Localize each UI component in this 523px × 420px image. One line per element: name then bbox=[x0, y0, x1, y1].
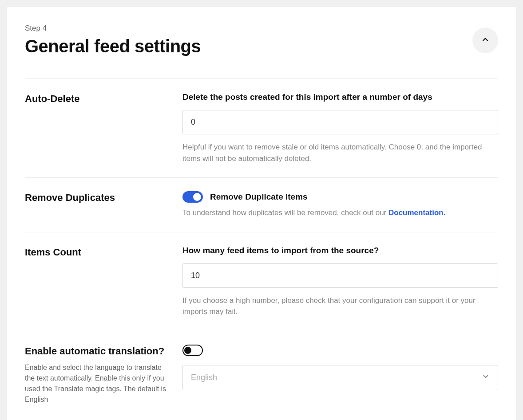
auto-delete-help: Helpful if you want to remove stale or o… bbox=[182, 141, 498, 164]
setting-label-col: Items Count bbox=[25, 246, 182, 318]
panel-header: Step 4 General feed settings bbox=[25, 24, 498, 56]
general-feed-settings-panel: Step 4 General feed settings Auto-Delete… bbox=[7, 7, 516, 420]
language-selected: English bbox=[191, 373, 217, 382]
remove-duplicates-toggle-row: Remove Duplicate Items bbox=[182, 191, 498, 203]
chevron-down-icon bbox=[482, 373, 490, 383]
items-count-label: Items Count bbox=[25, 246, 169, 259]
auto-delete-input[interactable] bbox=[182, 110, 498, 134]
auto-delete-label: Auto-Delete bbox=[25, 92, 169, 106]
setting-field-col: How many feed items to import from the s… bbox=[182, 246, 498, 318]
translation-toggle[interactable] bbox=[182, 345, 203, 356]
chevron-up-icon bbox=[481, 35, 490, 46]
setting-label-col: Enable automatic translation? Enable and… bbox=[25, 345, 182, 405]
translation-sublabel: Enable and select the language to transl… bbox=[25, 362, 169, 405]
collapse-button[interactable] bbox=[472, 27, 498, 53]
items-count-input[interactable] bbox=[182, 263, 498, 288]
remove-duplicates-row: Remove Duplicates Remove Duplicate Items… bbox=[25, 177, 498, 232]
items-count-help: If you choose a high number, please chec… bbox=[182, 295, 498, 318]
toggle-knob bbox=[193, 193, 201, 201]
step-label: Step 4 bbox=[25, 24, 472, 33]
setting-label-col: Auto-Delete bbox=[25, 92, 182, 164]
documentation-link[interactable]: Documentation. bbox=[388, 208, 445, 217]
language-select-wrap: English bbox=[182, 365, 498, 390]
remove-duplicates-help: To understand how duplicates will be rem… bbox=[182, 207, 498, 219]
remove-duplicates-label: Remove Duplicates bbox=[25, 191, 169, 205]
panel-title: General feed settings bbox=[25, 36, 472, 56]
auto-delete-field-title: Delete the posts created for this import… bbox=[182, 92, 498, 102]
auto-delete-row: Auto-Delete Delete the posts created for… bbox=[25, 79, 498, 177]
help-text-prefix: To understand how duplicates will be rem… bbox=[182, 208, 388, 217]
setting-field-col: Remove Duplicate Items To understand how… bbox=[182, 191, 498, 219]
remove-duplicates-toggle[interactable] bbox=[182, 191, 203, 203]
setting-field-col: Delete the posts created for this import… bbox=[182, 92, 498, 164]
remove-duplicates-toggle-label: Remove Duplicate Items bbox=[210, 192, 308, 202]
items-count-field-title: How many feed items to import from the s… bbox=[182, 246, 498, 255]
header-text: Step 4 General feed settings bbox=[25, 24, 472, 56]
setting-label-col: Remove Duplicates bbox=[25, 191, 182, 219]
setting-field-col: English bbox=[182, 345, 498, 405]
translation-label: Enable automatic translation? bbox=[25, 345, 169, 358]
toggle-knob bbox=[184, 347, 191, 354]
translation-row: Enable automatic translation? Enable and… bbox=[25, 331, 498, 419]
items-count-row: Items Count How many feed items to impor… bbox=[25, 232, 498, 331]
language-select[interactable]: English bbox=[182, 365, 498, 390]
